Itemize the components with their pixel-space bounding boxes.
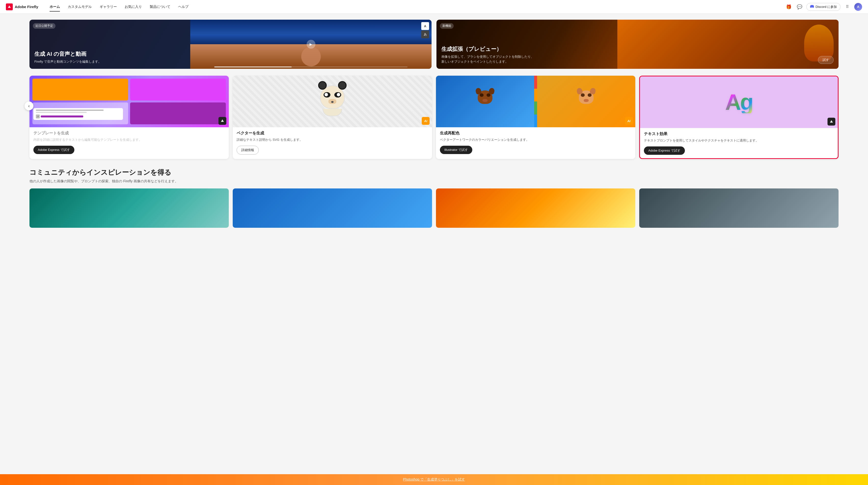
apps-icon[interactable]: ⠿	[843, 3, 851, 11]
banner-try-button[interactable]: 試す	[818, 56, 834, 64]
banner-content-right: 生成拡張（プレビュー） 画像を拡張して、ブラシを使用してオブジェクトを削除したり…	[441, 46, 535, 64]
chat-icon[interactable]: 💬	[796, 3, 803, 11]
discord-label: Discord に参加	[815, 5, 837, 9]
card-template-image: ↗	[29, 76, 229, 127]
navbar: Adobe Firefly ホーム カスタムモデル ギャラリー お気に入り 製品…	[0, 0, 868, 14]
carousel-prev-button[interactable]: ‹	[25, 102, 33, 110]
bottom-promo-text: Photoshop で「生成塗りつぶし」を試す	[403, 477, 465, 482]
community-card-1[interactable]	[29, 189, 229, 228]
banner-desc-right: 画像を拡張して、ブラシを使用してオブジェクトを削除したり、新しいオブジェクトをペ…	[441, 54, 535, 64]
nav-about[interactable]: 製品について	[146, 3, 174, 11]
nav-home[interactable]: ホーム	[46, 3, 63, 11]
banner-badge-coming-soon: 近日公開予定	[33, 23, 56, 29]
feature-cards-section: ‹	[29, 76, 839, 159]
card-text-effect-image: Ag	[640, 77, 838, 128]
hero-banners: 近日公開予定 ▶ A あ	[29, 20, 839, 69]
letter-jp-icon: あ	[421, 30, 429, 38]
card-text-effect-body: テキスト効果 テキストプロンプトを使用してスタイルやテクスチャをテキストに適用し…	[640, 128, 838, 158]
community-card-4[interactable]	[639, 189, 839, 228]
avatar[interactable]: A	[854, 3, 862, 11]
card-badge-illustrator-2: Ai	[422, 117, 430, 125]
card-text-effect[interactable]: Ag テキスト効果 テキストプロンプトを使用してスタイルやテクスチャをテキストに…	[639, 76, 839, 159]
brand-name: Adobe Firefly	[15, 5, 38, 9]
bottom-promo-bar[interactable]: Photoshop で「生成塗りつぶし」を試す	[0, 474, 868, 485]
card-badge-express-4	[828, 118, 835, 125]
card-vector-body: ベクターを生成 詳細なテキスト説明から SVG を生成します。 詳細情報	[233, 127, 432, 158]
card-vector-desc: 詳細なテキスト説明から SVG を生成します。	[237, 137, 428, 142]
card-vector-image: Ai	[233, 76, 432, 127]
card-recolor-button[interactable]: Illustrator で試す	[440, 146, 472, 154]
letter-a-icon: A	[421, 22, 429, 30]
discord-button[interactable]: Discord に参加	[806, 3, 840, 11]
play-button[interactable]: ▶	[307, 40, 315, 49]
card-text-effect-desc: テキストプロンプトを使用してスタイルやテクスチャをテキストに適用します。	[644, 138, 834, 143]
card-text-effect-title: テキスト効果	[644, 132, 834, 137]
card-recolor-desc: ベクターアートワークのカラーバリエーションを生成します。	[440, 137, 631, 142]
nav-right: 🎁 💬 Discord に参加 ⠿ A	[785, 3, 862, 11]
brand-icon	[6, 3, 13, 10]
main-content: 近日公開予定 ▶ A あ	[0, 14, 868, 485]
banner-content-left: 生成 AI の音声と動画 Firefly で音声と動画コンテンツを編集します。	[34, 50, 101, 64]
card-template-title: テンプレートを生成	[33, 131, 225, 136]
community-card-2[interactable]	[233, 189, 432, 228]
card-vector-title: ベクターを生成	[237, 131, 428, 136]
banner-desc-left: Firefly で音声と動画コンテンツを編集します。	[34, 59, 101, 64]
card-badge-express-1	[218, 117, 226, 125]
card-recolor-image: Ai	[436, 76, 635, 127]
card-recolor-title: 生成再配色	[440, 131, 631, 136]
brand[interactable]: Adobe Firefly	[6, 3, 38, 10]
card-template-body: テンプレートを生成 内容を詳細に説明するテキストから編集可能なテンプレートを生成…	[29, 127, 229, 158]
community-desc: 他の人が作成した画像の閲覧や、プロンプトの探索、独自の Firefly 画像の共…	[29, 179, 839, 183]
nav-favorites[interactable]: お気に入り	[121, 3, 145, 11]
card-template-desc: 内容を詳細に説明するテキストから編集可能なテンプレートを生成します。	[33, 137, 225, 142]
community-title: コミュニティからインスピレーションを得る	[29, 168, 839, 177]
card-recolor-body: 生成再配色 ベクターアートワークのカラーバリエーションを生成します。 Illus…	[436, 127, 635, 158]
card-vector[interactable]: Ai ベクターを生成 詳細なテキスト説明から SVG を生成します。 詳細情報	[233, 76, 432, 159]
card-template[interactable]: ↗ テンプレートを生成 内容を詳細に説明するテキストから編集可能なテンプレートを…	[29, 76, 229, 159]
card-vector-button[interactable]: 詳細情報	[237, 146, 259, 154]
discord-icon	[810, 4, 814, 9]
banner-badge-new: 新機能	[440, 23, 454, 29]
nav-gallery[interactable]: ギャラリー	[96, 3, 120, 11]
banner-title-left: 生成 AI の音声と動画	[34, 50, 101, 58]
nav-custom-model[interactable]: カスタムモデル	[64, 3, 95, 11]
nav-help[interactable]: ヘルプ	[175, 3, 192, 11]
banner-generative-expand[interactable]: 新機能 生成拡張（プレビュー） 画像を拡張して、ブラシを使用してオブジェクトを削…	[436, 20, 839, 69]
nav-links: ホーム カスタムモデル ギャラリー お気に入り 製品について ヘルプ	[46, 3, 785, 11]
community-section: コミュニティからインスピレーションを得る 他の人が作成した画像の閲覧や、プロンプ…	[29, 168, 839, 228]
card-text-effect-button[interactable]: Adobe Express で試す	[644, 146, 685, 155]
banner-title-right: 生成拡張（プレビュー）	[441, 46, 535, 53]
card-recolor[interactable]: Ai 生成再配色 ベクターアートワークのカラーバリエーションを生成します。 Il…	[436, 76, 635, 159]
community-grid	[29, 189, 839, 228]
card-badge-illustrator-3: Ai	[625, 117, 633, 125]
translation-icons: A あ	[421, 22, 429, 38]
feature-cards-grid: ↗ テンプレートを生成 内容を詳細に説明するテキストから編集可能なテンプレートを…	[29, 76, 839, 159]
gift-icon[interactable]: 🎁	[785, 3, 793, 11]
card-template-button[interactable]: Adobe Express で試す	[33, 146, 74, 154]
banner-video-audio[interactable]: 近日公開予定 ▶ A あ	[29, 20, 432, 69]
community-card-3[interactable]	[436, 189, 635, 228]
